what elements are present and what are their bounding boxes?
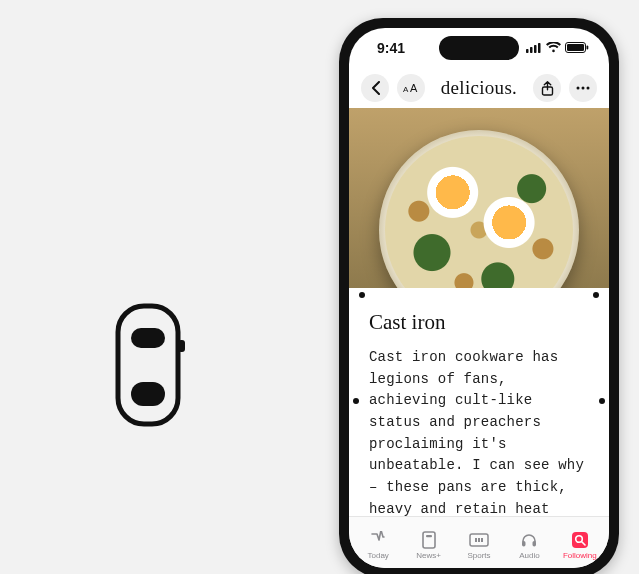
phone-screen: 9:41 AA delicious. — [349, 28, 609, 568]
svg-rect-7 — [538, 43, 541, 53]
article-title: Cast iron — [369, 310, 591, 335]
svg-rect-3 — [178, 340, 185, 352]
svg-rect-20 — [475, 538, 477, 542]
selection-handle[interactable] — [359, 292, 365, 298]
phone-device-frame: 9:41 AA delicious. — [339, 18, 619, 574]
dynamic-island — [439, 36, 519, 60]
svg-rect-0 — [118, 306, 178, 424]
back-button[interactable] — [361, 74, 389, 102]
tab-following[interactable]: Following — [555, 530, 605, 560]
svg-rect-21 — [478, 538, 480, 542]
audio-icon — [520, 530, 538, 550]
today-icon — [369, 530, 387, 550]
svg-rect-22 — [481, 538, 483, 542]
share-button[interactable] — [533, 74, 561, 102]
publication-title: delicious. — [433, 77, 525, 99]
status-time: 9:41 — [377, 40, 405, 56]
battery-icon — [565, 40, 589, 56]
svg-rect-25 — [572, 532, 588, 548]
following-icon — [571, 530, 589, 550]
tab-label: News+ — [416, 551, 441, 560]
svg-rect-2 — [131, 382, 165, 406]
newsplus-icon — [421, 530, 437, 550]
svg-point-16 — [587, 87, 590, 90]
more-button[interactable] — [569, 74, 597, 102]
article-content[interactable]: Cast iron Cast iron cookware has legions… — [349, 288, 609, 516]
signal-icon — [526, 40, 542, 56]
article-body: Cast iron cookware has legions of fans, … — [369, 347, 591, 516]
app-navigation-bar: AA delicious. — [349, 68, 609, 108]
svg-rect-10 — [587, 46, 589, 50]
tab-newsplus[interactable]: News+ — [403, 530, 453, 560]
article-hero-image — [349, 108, 609, 288]
tab-audio[interactable]: Audio — [504, 530, 554, 560]
svg-text:A: A — [403, 85, 409, 94]
svg-point-14 — [577, 87, 580, 90]
svg-rect-18 — [426, 535, 432, 537]
svg-point-15 — [582, 87, 585, 90]
selection-handle[interactable] — [593, 292, 599, 298]
text-size-button[interactable]: AA — [397, 74, 425, 102]
car-icon — [108, 300, 188, 430]
svg-rect-5 — [530, 47, 533, 53]
tab-label: Audio — [519, 551, 539, 560]
svg-rect-23 — [522, 541, 526, 547]
tab-sports[interactable]: Sports — [454, 530, 504, 560]
svg-rect-6 — [534, 45, 537, 53]
sports-icon — [469, 530, 489, 550]
tab-label: Sports — [467, 551, 490, 560]
tab-today[interactable]: Today — [353, 530, 403, 560]
tab-bar: Today News+ Sports Audio — [349, 516, 609, 568]
tab-label: Today — [368, 551, 389, 560]
wifi-icon — [546, 40, 561, 56]
selection-handle[interactable] — [599, 398, 605, 404]
tab-label: Following — [563, 551, 597, 560]
svg-rect-17 — [423, 532, 435, 548]
svg-rect-1 — [131, 328, 165, 348]
svg-rect-24 — [533, 541, 537, 547]
svg-text:A: A — [410, 82, 418, 94]
svg-rect-9 — [567, 44, 584, 51]
selection-handle[interactable] — [353, 398, 359, 404]
svg-rect-4 — [526, 49, 529, 53]
